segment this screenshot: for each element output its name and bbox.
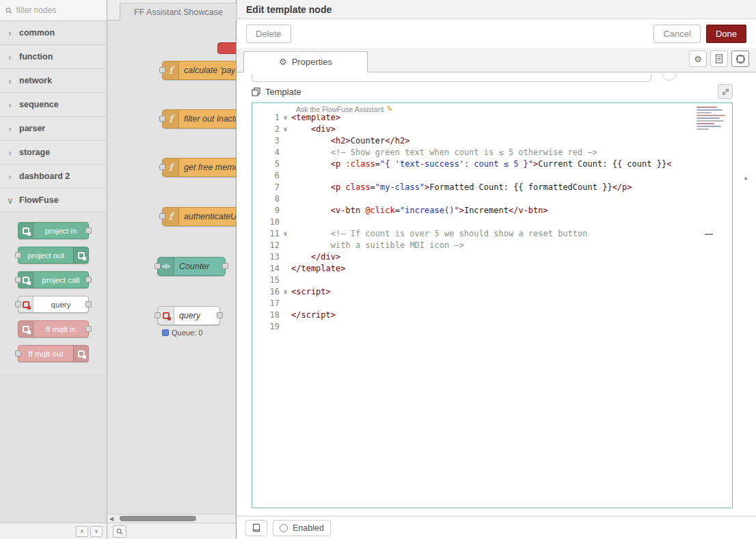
palette-expand-all-button[interactable]: ∨ [90, 526, 103, 537]
flow-canvas[interactable]: fcalculate 'payffilter out inactifget fr… [107, 20, 236, 514]
code-line-7[interactable]: 7 <p class="my-class">Formatted Count: {… [252, 182, 732, 193]
code-line-6[interactable]: 6 [252, 170, 732, 182]
palette-category-dashboard-2[interactable]: ›dashboard 2 [0, 165, 107, 189]
panel-vscrollbar[interactable]: ▲ ▼ [740, 174, 751, 516]
palette-category-network[interactable]: ›network [0, 69, 107, 93]
palette-category-function[interactable]: ›function [0, 45, 107, 69]
code-editor[interactable]: 1∨<template>2∨ <div>3 <h2>Counter</h2>4 … [252, 102, 733, 508]
fold-arrow-icon[interactable]: ∨ [280, 286, 291, 298]
code-line-8[interactable]: 8 [252, 193, 732, 205]
palette-node-ff-mqtt-out[interactable]: ff mqtt out [18, 345, 89, 362]
node-settings-button[interactable]: ⚙ [689, 51, 707, 67]
assistant-prompt[interactable]: Ask the FlowFuse Assistant ✎ [292, 104, 397, 114]
name-field-partial[interactable] [252, 74, 651, 82]
editor-minimap[interactable] [695, 105, 727, 136]
code-line-12[interactable]: 12 with a suitible MDI icon —> [252, 240, 732, 251]
delete-button[interactable]: Delete [246, 25, 291, 43]
node-info-button[interactable] [245, 520, 267, 536]
output-port[interactable] [85, 227, 92, 234]
palette-category-common[interactable]: ›common [0, 21, 107, 45]
input-port[interactable] [15, 277, 21, 283]
assistant-prompt-label: Ask the FlowFuse Assistant [296, 105, 383, 113]
expand-editor-button[interactable] [718, 84, 733, 99]
node-label: ff mqtt out [18, 350, 73, 358]
node-red-app: ›common›function›network›sequence›parser… [0, 0, 756, 539]
palette-node-ff-mqtt-in[interactable]: ff mqtt in [18, 320, 89, 337]
code-line-9[interactable]: 9 <v-btn @click="increase()">Increment</… [252, 205, 732, 217]
palette-category-parser[interactable]: ›parser [0, 117, 107, 141]
flow-node-query[interactable]: query [157, 306, 220, 325]
code-text: <p class="my-class">Formatted Count: {{ … [291, 182, 632, 193]
code-line-19[interactable]: 19 [252, 321, 732, 333]
palette-node-project-in[interactable]: project in [18, 222, 89, 239]
palette-collapse-all-button[interactable]: ∧ [76, 526, 88, 537]
help-circle-button[interactable] [662, 74, 677, 81]
code-text: <p :class="{ 'text-success': count ≤ 5 }… [291, 158, 671, 170]
palette-category-label: parser [19, 124, 45, 133]
code-line-3[interactable]: 3 <h2>Counter</h2> [252, 135, 732, 147]
line-number: 7 [252, 182, 280, 193]
flow-node-authenticateu[interactable]: fauthenticateU [162, 207, 236, 226]
input-port[interactable] [15, 301, 21, 307]
fold-arrow-icon[interactable]: ∨ [280, 228, 291, 240]
workspace-hscrollbar[interactable]: ◀ [107, 514, 236, 523]
input-port[interactable] [15, 252, 21, 258]
code-line-10[interactable]: 10 [252, 217, 732, 228]
fold-arrow-icon[interactable]: ∨ [280, 112, 291, 124]
zoom-search-button[interactable] [113, 525, 126, 538]
input-port[interactable] [154, 263, 161, 269]
code-text: <h2>Counter</h2> [291, 135, 409, 147]
line-number: 11 [252, 228, 280, 240]
done-button[interactable]: Done [706, 25, 746, 43]
palette-node-project-out[interactable]: project out [18, 247, 89, 264]
line-number: 5 [252, 158, 280, 170]
code-line-13[interactable]: 13 </div> [252, 251, 732, 263]
scroll-left-icon[interactable]: ◀ [109, 516, 113, 522]
template-field-row: Template [252, 84, 733, 99]
palette-search[interactable] [0, 0, 107, 21]
code-line-18[interactable]: 18</script> [252, 309, 732, 321]
code-line-17[interactable]: 17 [252, 298, 732, 309]
palette-category-storage[interactable]: ›storage [0, 141, 107, 165]
flow-node-filter-out-inacti[interactable]: ffilter out inacti [162, 109, 236, 128]
flow-node-get-free-memo[interactable]: fget free memo [162, 158, 236, 177]
palette-flowfuse-nodes: project inproject outproject callqueryff… [0, 212, 107, 374]
code-line-14[interactable]: 14</template> [252, 263, 732, 275]
description-button[interactable] [710, 51, 728, 67]
palette-search-input[interactable] [16, 5, 101, 15]
palette-node-project-call[interactable]: project call [18, 271, 89, 288]
output-port[interactable] [222, 263, 228, 269]
tab-properties[interactable]: ⚙ Properties [243, 51, 368, 72]
input-port[interactable] [159, 213, 165, 219]
input-port[interactable] [15, 350, 21, 357]
output-port[interactable] [85, 326, 92, 332]
enabled-toggle-button[interactable]: Enabled [273, 520, 331, 536]
code-line-16[interactable]: 16∨<script> [252, 286, 732, 298]
hscroll-thumb[interactable] [120, 516, 196, 521]
output-port[interactable] [85, 277, 92, 283]
input-port[interactable] [159, 115, 165, 122]
palette-categories: ›common›function›network›sequence›parser… [0, 21, 107, 212]
input-port[interactable] [159, 164, 165, 170]
input-port[interactable] [154, 312, 161, 318]
partial-node[interactable] [217, 42, 236, 54]
code-line-11[interactable]: 11∨ <!— If count is over 5 we should sho… [252, 228, 732, 240]
input-port[interactable] [159, 67, 165, 73]
code-line-2[interactable]: 2∨ <div> [252, 124, 732, 135]
palette-node-query[interactable]: query [18, 296, 89, 313]
appearance-button[interactable] [731, 51, 749, 67]
output-port[interactable] [85, 301, 92, 307]
line-number: 3 [252, 135, 280, 147]
fold-arrow-icon[interactable]: ∨ [280, 124, 291, 135]
flow-node-counter[interactable]: </>Counter [157, 257, 226, 276]
code-line-15[interactable]: 15 [252, 275, 732, 286]
flow-node-calculate-pay[interactable]: fcalculate 'pay [162, 61, 236, 80]
palette-category-flowfuse[interactable]: ∨FlowFuse [0, 189, 107, 212]
flow-tab[interactable]: FF Assistant Showcase [120, 3, 237, 20]
palette-category-sequence[interactable]: ›sequence [0, 93, 107, 117]
output-port[interactable] [217, 312, 223, 318]
code-line-4[interactable]: 4 <!— Show green text when count is ≤ 5 … [252, 147, 732, 158]
code-line-5[interactable]: 5 <p :class="{ 'text-success': count ≤ 5… [252, 158, 732, 170]
cancel-button[interactable]: Cancel [653, 25, 700, 43]
scroll-up-icon[interactable]: ▲ [743, 175, 748, 181]
